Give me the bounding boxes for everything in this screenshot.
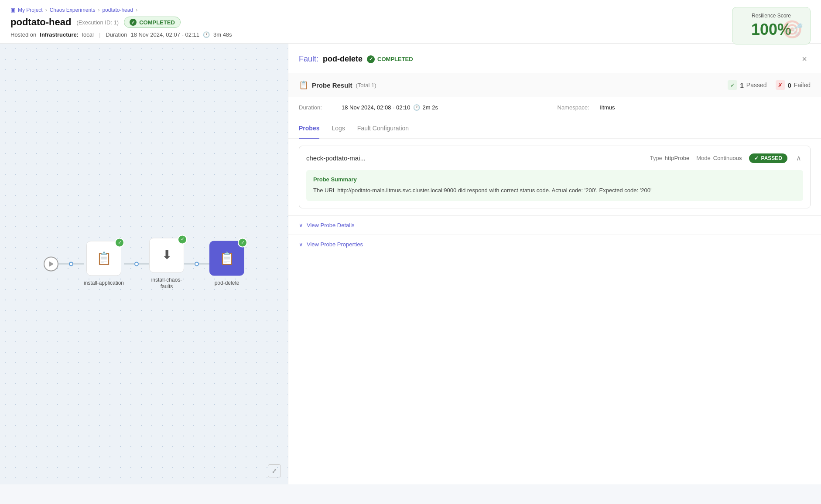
breadcrumb-sep-2: › [98, 7, 99, 13]
tab-fault-configuration[interactable]: Fault Configuration [357, 119, 409, 139]
breadcrumb: ▣ My Project › Chaos Experiments › podta… [10, 7, 811, 13]
duration-date-value: 18 Nov 2024, 02:08 - 02:10 [342, 104, 410, 111]
infrastructure-label: Infrastructure: [40, 31, 79, 38]
chevron-down-icon-2: ∨ [299, 241, 303, 248]
resilience-score-card: Resilience Score 100% 🎯 [732, 7, 811, 44]
fault-status-badge: ✓ COMPLETED [367, 55, 413, 63]
duration-value: 18 Nov 2024, 02:07 - 02:11 [130, 31, 199, 38]
flow-panel: ✓ 📋 install-application ✓ ⬇ [0, 44, 288, 484]
node-install-chaos-faults-wrap: ✓ ⬇ install-chaos-faults [149, 238, 184, 290]
breadcrumb-app-icon: ▣ [10, 7, 15, 13]
duration-info-label: Duration: [299, 104, 338, 111]
start-node[interactable] [44, 257, 58, 272]
breadcrumb-sep-3: › [136, 7, 137, 13]
view-probe-details-link[interactable]: ∨ View Probe Details [288, 215, 821, 235]
connector-0 [58, 262, 84, 266]
node-install-application[interactable]: ✓ 📋 [86, 241, 121, 276]
conn-line-0a [58, 264, 69, 265]
info-row-namespace: Namespace: litmus [558, 104, 811, 111]
failed-label: Failed [794, 82, 811, 89]
node-label-2: install-chaos-faults [151, 277, 182, 290]
node-icon-3: 📋 [219, 251, 235, 266]
conn-line-0b [73, 264, 84, 265]
duration-time: 3m 48s [213, 31, 232, 38]
passed-badge-check: ✓ [754, 155, 759, 161]
fault-title-prefix: Fault: [299, 54, 318, 64]
conn-line-1a [124, 264, 134, 265]
probe-type-label: Type [650, 155, 662, 161]
failed-icon: ✗ [776, 80, 785, 90]
breadcrumb-podtato-head[interactable]: podtato-head [102, 7, 133, 13]
node-pod-delete[interactable]: ✓ 📋 [209, 241, 244, 276]
detail-header: Fault: pod-delete ✓ COMPLETED × [288, 44, 821, 73]
close-button[interactable]: × [798, 52, 811, 66]
passed-label: Passed [746, 82, 767, 89]
fullscreen-button[interactable]: ⤢ [268, 464, 281, 477]
view-probe-properties-label: View Probe Properties [307, 241, 363, 248]
tab-logs[interactable]: Logs [332, 119, 345, 139]
conn-dot-1 [134, 262, 139, 266]
probe-icon: 📋 [299, 80, 308, 90]
fault-check-icon: ✓ [367, 55, 375, 63]
probe-mode: Mode Continuous [696, 155, 742, 161]
namespace-info-label: Namespace: [558, 104, 597, 111]
probe-card: check-podtato-mai... Type httpProbe Mode… [299, 146, 811, 208]
conn-line-2a [184, 264, 195, 265]
check-badge-2: ✓ [178, 235, 187, 244]
connector-1 [124, 262, 149, 266]
probe-result-bar: 📋 Probe Result (Total 1) ✓ 1 Passed ✗ 0 … [288, 73, 821, 97]
passed-badge-label: PASSED [761, 155, 782, 161]
header: ▣ My Project › Chaos Experiments › podta… [0, 0, 821, 44]
hosted-on-label: Hosted on [10, 31, 36, 38]
target-icon: 🎯 [781, 19, 803, 40]
conn-line-2b [199, 264, 209, 265]
probe-passed-badge: ✓ PASSED [749, 153, 787, 163]
probe-summary: Probe Summary The URL http://podtato-mai… [306, 170, 803, 201]
probe-card-header: check-podtato-mai... Type httpProbe Mode… [299, 146, 810, 170]
probe-mode-value: Continuous [713, 155, 742, 161]
breadcrumb-sep-1: › [45, 7, 47, 13]
status-badge-label: COMPLETED [139, 19, 175, 26]
probe-result-title: 📋 Probe Result (Total 1) [299, 80, 376, 90]
detail-panel: Fault: pod-delete ✓ COMPLETED × 📋 Probe … [288, 44, 821, 484]
conn-line-1b [139, 264, 149, 265]
flow-row: ✓ 📋 install-application ✓ ⬇ [44, 238, 244, 290]
probe-type: Type httpProbe [650, 155, 690, 161]
probe-type-value: httpProbe [665, 155, 689, 161]
check-badge-1: ✓ [115, 238, 124, 248]
detail-clock-icon: 🕐 [413, 104, 420, 111]
header-main: podtato-head (Execution ID: 1) ✓ COMPLET… [10, 17, 811, 28]
check-icon: ✓ [130, 19, 137, 26]
completed-status-badge: ✓ COMPLETED [124, 17, 181, 28]
breadcrumb-chaos-experiments[interactable]: Chaos Experiments [50, 7, 96, 13]
flow-canvas: ✓ 📋 install-application ✓ ⬇ [0, 220, 288, 308]
failed-count: 0 [788, 82, 791, 89]
chevron-down-icon-1: ∨ [299, 222, 303, 228]
resilience-score-label: Resilience Score [741, 13, 801, 19]
probe-stats: ✓ 1 Passed ✗ 0 Failed [728, 80, 811, 90]
probe-total: (Total 1) [356, 82, 376, 89]
node-label-3: pod-delete [215, 280, 239, 287]
node-label-1: install-application [84, 280, 124, 287]
breadcrumb-my-project[interactable]: My Project [18, 7, 43, 13]
header-meta: Hosted on Infrastructure: local | Durati… [10, 31, 811, 38]
probe-summary-text: The URL http://podtato-main.litmus.svc.c… [313, 186, 796, 195]
probe-collapse-button[interactable]: ∧ [794, 152, 803, 164]
check-badge-3: ✓ [238, 238, 247, 248]
node-install-chaos-faults[interactable]: ✓ ⬇ [149, 238, 184, 272]
probe-name: check-podtato-mai... [306, 154, 366, 162]
info-row-duration: Duration: 18 Nov 2024, 02:08 - 02:10 🕐 2… [299, 104, 552, 111]
fault-status-label: COMPLETED [377, 56, 413, 62]
probe-meta: Type httpProbe Mode Continuous ✓ PASSED … [650, 152, 803, 164]
namespace-info-value: litmus [600, 104, 615, 111]
infrastructure-value: local [82, 31, 94, 38]
info-grid: Duration: 18 Nov 2024, 02:08 - 02:10 🕐 2… [288, 97, 821, 118]
page-title: podtato-head [10, 17, 71, 28]
view-probe-properties-link[interactable]: ∨ View Probe Properties [288, 235, 821, 254]
connector-2 [184, 262, 209, 266]
tab-probes[interactable]: Probes [299, 119, 319, 139]
node-icon-2: ⬇ [162, 248, 172, 262]
probe-passed-stat: ✓ 1 Passed [728, 80, 766, 90]
view-probe-details-label: View Probe Details [307, 222, 355, 228]
meta-separator: | [99, 31, 100, 38]
